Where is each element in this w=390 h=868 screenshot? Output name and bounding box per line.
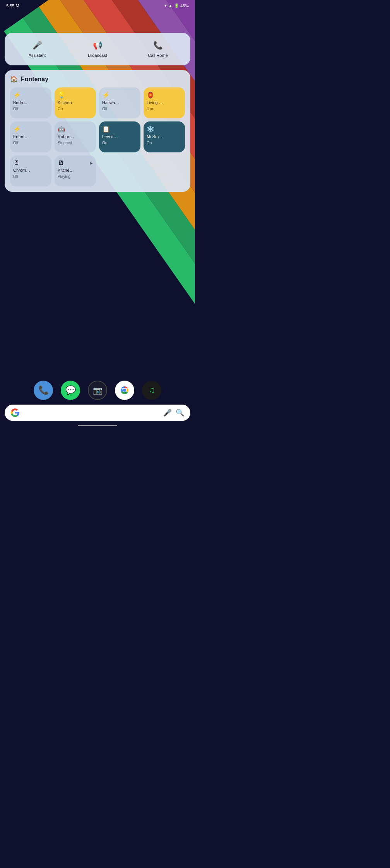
chrome-app-icon[interactable] xyxy=(115,381,134,400)
phone-app-icon[interactable]: 📞 xyxy=(34,381,53,400)
chrome-cast-icon: 🖥 xyxy=(13,159,48,166)
svg-point-13 xyxy=(123,389,126,392)
broadcast-icon: 📢 xyxy=(93,41,103,50)
battery-icon: 🔋 xyxy=(174,3,179,8)
assistant-icon: 🎤 xyxy=(32,41,42,50)
device-tile-chrome[interactable]: 🖥 Chrom… Off xyxy=(10,155,51,186)
mismart-name: Mi Sm… xyxy=(147,134,182,139)
kitchen-cast-name: Kitche… xyxy=(58,168,93,173)
entert-icon: ⚡ xyxy=(13,125,48,133)
arrow-icon: ▶ xyxy=(90,161,93,165)
levoit-icon: 📋 xyxy=(102,125,137,133)
kitchen-light-name: Kitchen xyxy=(58,100,93,105)
dock-area: 📞 💬 📷 ♫ xyxy=(0,381,195,434)
device-tile-kitchen-cast[interactable]: 🖥 ▶ Kitche… Playing xyxy=(55,155,96,186)
broadcast-label: Broadcast xyxy=(88,53,107,58)
app-dock: 📞 💬 📷 ♫ xyxy=(0,381,195,400)
chrome-name: Chrom… xyxy=(13,168,48,173)
broadcast-button[interactable]: 📢 Broadcast xyxy=(68,38,127,61)
chrome-status: Off xyxy=(13,174,48,179)
signal-icon: ▲ xyxy=(168,3,173,8)
robor-status: Stopped xyxy=(58,141,93,145)
hallway-status: Off xyxy=(102,107,137,111)
home-icon: 🏠 xyxy=(10,75,18,83)
device-tile-hallway[interactable]: ⚡ Hallwa… Off xyxy=(99,87,140,118)
bedroom-status: Off xyxy=(13,107,48,111)
lens-search-icon[interactable]: 🔍 xyxy=(176,408,184,417)
whatsapp-app-icon[interactable]: 💬 xyxy=(61,381,80,400)
levoit-name: Levoit … xyxy=(102,134,137,139)
quick-actions-bar: 🎤 Assistant 📢 Broadcast 📞 Call Home xyxy=(5,33,190,65)
assistant-button[interactable]: 🎤 Assistant xyxy=(8,38,67,61)
home-header: 🏠 Fontenay xyxy=(10,75,185,83)
voice-search-icon[interactable]: 🎤 xyxy=(163,408,172,417)
mismart-status: On xyxy=(147,141,182,145)
status-bar: 5:55 M ▾ ▲ 🔋 48% xyxy=(0,0,195,10)
levoit-status: On xyxy=(102,141,137,145)
kitchen-cast-status: Playing xyxy=(58,174,93,179)
living-name: Living … xyxy=(147,100,182,105)
hallway-name: Hallwa… xyxy=(102,100,137,105)
wifi-icon: ▾ xyxy=(164,3,167,8)
camera-app-icon[interactable]: 📷 xyxy=(88,381,107,400)
kitchen-cast-icon: 🖥 xyxy=(58,159,64,166)
home-widget: 🏠 Fontenay ⚡ Bedro… Off 💡 Kitchen On ⚡ H… xyxy=(5,70,190,192)
device-tile-levoit[interactable]: 📋 Levoit … On xyxy=(99,121,140,152)
callhome-label: Call Home xyxy=(148,53,168,58)
status-time: 5:55 M xyxy=(6,3,19,8)
entert-name: Entert… xyxy=(13,134,48,139)
device-tile-living[interactable]: 🏮 Living … 4 on xyxy=(144,87,185,118)
device-tile-entert[interactable]: ⚡ Entert… Off xyxy=(10,121,51,152)
search-bar[interactable]: 🎤 🔍 xyxy=(5,405,190,421)
callhome-button[interactable]: 📞 Call Home xyxy=(128,38,187,61)
status-right: ▾ ▲ 🔋 48% xyxy=(164,3,189,8)
kitchen-light-icon: 💡 xyxy=(58,91,93,99)
device-tile-mismart[interactable]: ❄️ Mi Sm… On xyxy=(144,121,185,152)
home-pill xyxy=(78,425,117,426)
callhome-icon: 📞 xyxy=(153,41,163,50)
assistant-label: Assistant xyxy=(29,53,46,58)
living-icon: 🏮 xyxy=(147,91,182,99)
bedroom-name: Bedro… xyxy=(13,100,48,105)
robor-icon: 🤖 xyxy=(58,125,93,133)
device-grid: ⚡ Bedro… Off 💡 Kitchen On ⚡ Hallwa… Off … xyxy=(10,87,185,186)
home-name: Fontenay xyxy=(21,76,48,83)
device-tile-kitchen-light[interactable]: 💡 Kitchen On xyxy=(55,87,96,118)
mismart-icon: ❄️ xyxy=(147,125,182,133)
robor-name: Robor… xyxy=(58,134,93,139)
hallway-icon: ⚡ xyxy=(102,91,137,99)
bedroom-icon: ⚡ xyxy=(13,91,48,99)
device-tile-robor[interactable]: 🤖 Robor… Stopped xyxy=(55,121,96,152)
kitchen-light-status: On xyxy=(58,107,93,111)
search-icons: 🎤 🔍 xyxy=(163,408,184,417)
battery-percent: 48% xyxy=(180,3,189,8)
spotify-app-icon[interactable]: ♫ xyxy=(142,381,161,400)
device-tile-bedroom[interactable]: ⚡ Bedro… Off xyxy=(10,87,51,118)
entert-status: Off xyxy=(13,141,48,145)
living-status: 4 on xyxy=(147,107,182,111)
